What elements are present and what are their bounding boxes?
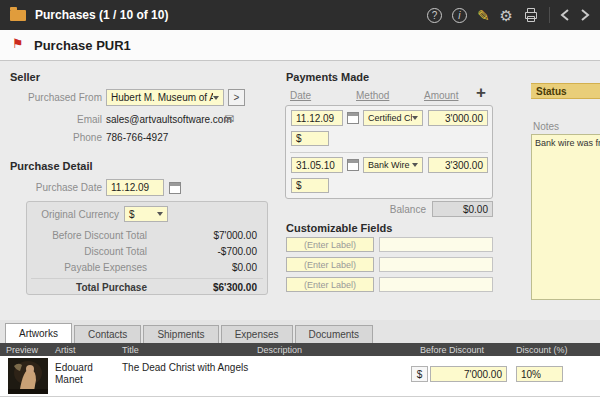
col-before-discount[interactable]: Before Discount [420, 345, 484, 355]
phone-value: 786-766-4927 [106, 132, 168, 143]
payment-method-select[interactable]: Certified Check [363, 110, 423, 126]
seller-section-title: Seller [10, 71, 40, 83]
payment-currency-field[interactable]: $ [291, 178, 329, 193]
tab-expenses[interactable]: Expenses [221, 325, 293, 343]
payment-method-value: Certified Check [368, 113, 412, 123]
discount-total-value: -$700.00 [218, 246, 257, 257]
payments-amount-header: Amount [424, 90, 458, 101]
calendar-icon[interactable] [347, 112, 359, 124]
col-artist[interactable]: Artist [55, 345, 76, 355]
payment-currency-field[interactable]: $ [291, 131, 329, 146]
phone-label: Phone [2, 132, 102, 143]
total-purchase-value: $6'300.00 [213, 282, 257, 293]
email-label: Email [2, 114, 102, 125]
toolbar: ? i ✎ ⚙ [427, 7, 590, 23]
total-purchase-label: Total Purchase [27, 282, 147, 293]
help-icon[interactable]: ? [427, 8, 442, 23]
original-currency-select[interactable]: $ [124, 206, 168, 222]
payment-amount-field[interactable]: 3'000.00 [428, 110, 488, 126]
detail-tabs: Artworks Contacts Shipments Expenses Doc… [0, 320, 600, 343]
totals-divider [31, 278, 263, 279]
payments-row-divider [290, 152, 488, 153]
purchased-from-value: Hubert M. Museum of Art [111, 92, 213, 103]
payments-date-header: Date [290, 90, 311, 101]
payments-list: 11.12.09 Certified Check 3'000.00 $ 31.0… [285, 105, 493, 199]
payments-method-header: Method [356, 90, 389, 101]
col-description[interactable]: Description [257, 345, 302, 355]
payments-section-title: Payments Made [286, 71, 369, 83]
purchase-date-label: Purchase Date [2, 182, 102, 193]
edit-pencil-icon[interactable]: ✎ [477, 8, 490, 23]
payment-method-select[interactable]: Bank Wire [363, 157, 423, 173]
row-before-discount-field[interactable]: 7'000.00 [430, 366, 507, 382]
folder-icon [10, 10, 26, 21]
purchased-from-label: Purchased From [2, 92, 102, 103]
custom-field-value-input[interactable] [379, 237, 493, 252]
tab-contacts[interactable]: Contacts [74, 325, 141, 343]
custom-field-label-input[interactable]: (Enter Label) [286, 277, 374, 292]
discount-total-label: Discount Total [27, 246, 147, 257]
print-icon[interactable] [523, 7, 539, 23]
tab-shipments[interactable]: Shipments [143, 325, 218, 343]
tab-documents[interactable]: Documents [295, 325, 374, 343]
original-currency-value: $ [129, 209, 135, 220]
add-payment-button[interactable]: + [476, 83, 486, 103]
gear-icon[interactable]: ⚙ [500, 8, 513, 23]
email-value: sales@artvaultsoftware.com [106, 114, 232, 125]
row-discount-field[interactable]: 10% [516, 366, 563, 382]
purchase-totals-box: Original Currency $ Before Discount Tota… [26, 201, 268, 295]
notes-textarea[interactable]: Bank wire was from [531, 134, 600, 300]
chevron-down-icon [157, 212, 163, 216]
before-discount-total-value: $7'000.00 [213, 230, 257, 241]
go-to-contact-button[interactable]: > [228, 89, 245, 106]
balance-value-box: $0.00 [432, 201, 493, 217]
flag-icon[interactable]: ⚑ [12, 36, 24, 51]
chevron-down-icon [412, 116, 418, 120]
envelope-icon[interactable]: ✉ [224, 112, 234, 126]
custom-field-label-input[interactable]: (Enter Label) [286, 237, 374, 252]
col-title[interactable]: Title [122, 345, 139, 355]
artworks-table-header: Preview Artist Title Description Before … [0, 343, 600, 356]
next-record-icon[interactable] [580, 8, 590, 22]
calendar-icon[interactable] [347, 159, 359, 171]
payment-amount-field[interactable]: 3'300.00 [428, 157, 488, 173]
custom-field-value-input[interactable] [379, 277, 493, 292]
chevron-down-icon[interactable] [213, 96, 219, 100]
payment-method-value: Bank Wire [368, 160, 410, 170]
info-icon[interactable]: i [452, 8, 467, 23]
tab-artworks[interactable]: Artworks [5, 323, 72, 343]
purchase-date-field[interactable]: 11.12.09 [106, 179, 164, 196]
record-body: Seller Purchased From Hubert M. Museum o… [0, 61, 600, 320]
table-row[interactable]: Edouard Manet The Dead Christ with Angel… [0, 356, 600, 397]
col-discount[interactable]: Discount (%) [516, 345, 568, 355]
notes-label: Notes [533, 121, 559, 132]
col-preview[interactable]: Preview [6, 345, 38, 355]
original-currency-label: Original Currency [27, 209, 119, 220]
purchases-window: Purchases (1 / 10 of 10) ? i ✎ ⚙ ⚑ Purch… [0, 0, 600, 407]
artwork-title: The Dead Christ with Angels [122, 362, 282, 373]
row-currency-box: $ [411, 366, 428, 382]
title-bar: Purchases (1 / 10 of 10) ? i ✎ ⚙ [0, 0, 600, 30]
customizable-fields-section-title: Customizable Fields [286, 222, 392, 234]
payable-expenses-value: $0.00 [232, 262, 257, 273]
status-section-header: Status [531, 83, 600, 99]
toolbar-divider [549, 7, 550, 23]
payment-date-field[interactable]: 31.05.10 [291, 157, 343, 173]
before-discount-total-label: Before Discount Total [27, 230, 147, 241]
table-footer-area [0, 397, 600, 407]
chevron-down-icon [412, 163, 418, 167]
custom-field-label-input[interactable]: (Enter Label) [286, 257, 374, 272]
purchase-detail-section-title: Purchase Detail [10, 160, 93, 172]
payment-date-field[interactable]: 11.12.09 [291, 110, 343, 126]
payable-expenses-label: Payable Expenses [27, 262, 147, 273]
record-title: Purchase PUR1 [34, 38, 131, 53]
record-header: ⚑ Purchase PUR1 [0, 30, 600, 61]
calendar-icon[interactable] [169, 182, 181, 194]
balance-label: Balance [330, 204, 426, 215]
purchased-from-field[interactable]: Hubert M. Museum of Art [106, 89, 224, 106]
artwork-artist: Edouard Manet [55, 362, 117, 386]
previous-record-icon[interactable] [560, 8, 570, 22]
custom-field-value-input[interactable] [379, 257, 493, 272]
artwork-thumbnail[interactable] [8, 358, 48, 394]
window-title: Purchases (1 / 10 of 10) [35, 8, 168, 22]
